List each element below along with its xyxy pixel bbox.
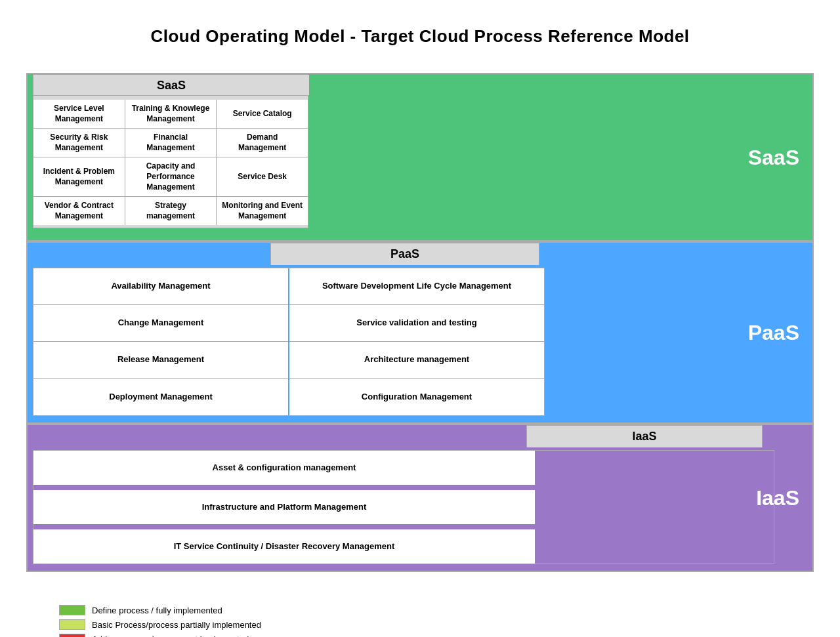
legend-swatch-yellow (59, 619, 85, 630)
paas-deployment: Deployment Management (33, 379, 288, 415)
saas-row-4: Vendor & Contract Management Strategy ma… (33, 197, 308, 225)
paas-architecture: Architecture management (289, 342, 544, 379)
paas-side-label: PaaS (748, 321, 799, 345)
paas-left-col: Availability Management Change Managemen… (33, 268, 289, 415)
paas-release: Release Management (33, 342, 288, 379)
legend-label-yellow: Basic Process/process partially implemen… (92, 620, 261, 630)
iaas-sep-1b (543, 451, 766, 485)
paas-right-col: Software Development Life Cycle Manageme… (289, 268, 544, 415)
saas-cell-capacity: Capacity and Performance Management (125, 157, 217, 196)
legend-item-green: Define process / fully implemented (59, 605, 814, 615)
legend: Define process / fully implemented Basic… (59, 605, 814, 637)
saas-cell-vendor: Vendor & Contract Management (33, 197, 125, 225)
iaas-sep-3b (543, 529, 766, 564)
iaas-sep-2b (543, 490, 766, 524)
saas-cell-demand: Demand Management (217, 129, 308, 157)
saas-row-2: Security & Risk Management Financial Man… (33, 129, 308, 157)
iaas-sep-3c (766, 529, 774, 564)
layers: SaaS Service Level Management Training &… (26, 73, 814, 572)
saas-cell-service-desk: Service Desk (217, 157, 308, 196)
iaas-sep-1a (535, 451, 543, 485)
saas-side-label: SaaS (748, 145, 799, 169)
iaas-layer: IaaS Asset & configuration management In… (26, 424, 814, 572)
iaas-inner-grid: Asset & configuration management Infrast… (33, 450, 774, 564)
saas-cell-service-level: Service Level Management (33, 100, 125, 128)
legend-label-red: Ad-hoc process/process not implemented (92, 634, 249, 637)
saas-cell-strategy: Strategy management (125, 197, 217, 225)
iaas-side-label: IaaS (756, 486, 799, 510)
iaas-sep-3a (535, 529, 543, 564)
legend-item-yellow: Basic Process/process partially implemen… (59, 619, 814, 630)
legend-label-green: Define process / fully implemented (92, 606, 222, 615)
paas-layer: PaaS Availability Management Change Mana… (26, 241, 814, 424)
iaas-sep-1c (766, 451, 774, 485)
saas-layer: SaaS Service Level Management Training &… (26, 73, 814, 241)
legend-swatch-green (59, 605, 85, 615)
saas-cell-service-catalog: Service Catalog (217, 100, 308, 128)
saas-inner-grid: SaaS Service Level Management Training &… (33, 74, 308, 228)
saas-cell-incident: Incident & Problem Management (33, 157, 125, 196)
paas-change: Change Management (33, 305, 288, 342)
paas-service-validation: Service validation and testing (289, 305, 544, 342)
iaas-row-1: Asset & configuration management (33, 451, 774, 490)
page-title: Cloud Operating Model - Target Cloud Pro… (26, 26, 814, 47)
iaas-infrastructure: Infrastructure and Platform Management (33, 490, 535, 524)
iaas-row-2: Infrastructure and Platform Management (33, 490, 774, 529)
paas-availability: Availability Management (33, 268, 288, 305)
paas-configuration: Configuration Management (289, 379, 544, 415)
legend-swatch-red (59, 634, 85, 637)
iaas-header-label: IaaS (526, 425, 763, 447)
iaas-sep-2a (535, 490, 543, 524)
legend-item-red: Ad-hoc process/process not implemented (59, 634, 814, 637)
saas-cell-financial: Financial Management (125, 129, 217, 157)
paas-sdlc: Software Development Life Cycle Manageme… (289, 268, 544, 305)
iaas-continuity: IT Service Continuity / Disaster Recover… (33, 529, 535, 564)
paas-header-label: PaaS (270, 243, 539, 265)
saas-row-1: Service Level Management Training & Know… (33, 100, 308, 129)
iaas-asset: Asset & configuration management (33, 451, 535, 485)
saas-cell-monitoring: Monitoring and Event Management (217, 197, 308, 225)
saas-cell-security-risk: Security & Risk Management (33, 129, 125, 157)
saas-row-3: Incident & Problem Management Capacity a… (33, 157, 308, 197)
iaas-row-3: IT Service Continuity / Disaster Recover… (33, 529, 774, 564)
diagram-container: SaaS Service Level Management Training &… (26, 73, 814, 572)
saas-header-label: SaaS (33, 75, 309, 96)
paas-inner-grid: Availability Management Change Managemen… (33, 268, 545, 416)
saas-cell-training: Training & Knowlege Management (125, 100, 217, 128)
